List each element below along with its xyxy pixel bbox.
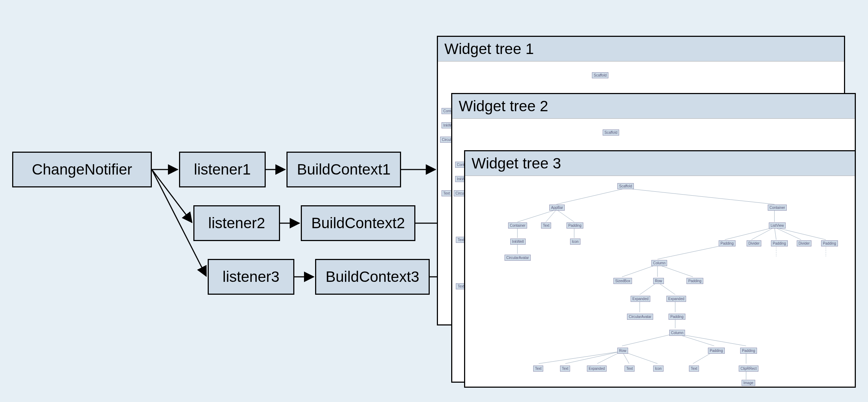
mini-expanded: Expanded bbox=[631, 296, 650, 302]
buildcontext3-node: BuildContext3 bbox=[315, 259, 430, 295]
node-label: BuildContext2 bbox=[311, 215, 405, 232]
svg-line-23 bbox=[657, 245, 725, 259]
widget-tree-3-panel: Widget tree 3 bbox=[464, 150, 856, 388]
mini-expanded: Expanded bbox=[587, 366, 607, 372]
mini-padding: Padding bbox=[686, 278, 703, 284]
mini-row: Row bbox=[617, 348, 628, 354]
svg-line-34 bbox=[675, 334, 746, 346]
svg-line-13 bbox=[556, 210, 574, 222]
node-label: BuildContext3 bbox=[326, 268, 419, 285]
mini-padding: Padding bbox=[740, 348, 757, 354]
listener1-node: listener1 bbox=[179, 152, 266, 187]
panel-body: Scaffold AppBar Container Container Text… bbox=[465, 176, 855, 388]
node-label: ChangeNotifier bbox=[32, 161, 132, 178]
node-label: BuildContext1 bbox=[297, 161, 391, 178]
mini-divider: Divider bbox=[797, 240, 811, 246]
node-label: listener3 bbox=[223, 268, 280, 285]
buildcontext1-node: BuildContext1 bbox=[286, 152, 401, 187]
mini-circularavatar: CircularAvatar bbox=[505, 255, 531, 261]
changenotifier-node: ChangeNotifier bbox=[12, 152, 152, 187]
mini-padding: Padding bbox=[708, 348, 725, 354]
svg-line-9 bbox=[556, 188, 626, 205]
svg-line-10 bbox=[626, 188, 775, 205]
svg-line-20 bbox=[775, 227, 776, 240]
svg-line-32 bbox=[622, 334, 675, 346]
mini-column: Column bbox=[651, 260, 667, 266]
svg-line-28 bbox=[657, 282, 675, 295]
svg-line-35 bbox=[539, 351, 622, 364]
mini-text: Text bbox=[625, 366, 635, 372]
panel-title: Widget tree 3 bbox=[472, 155, 561, 172]
svg-line-21 bbox=[775, 227, 801, 240]
mini-sizedbox: SizedBox bbox=[613, 278, 632, 284]
mini-container: Container bbox=[768, 205, 787, 211]
svg-line-12 bbox=[546, 210, 556, 222]
mini-image: Image bbox=[742, 380, 755, 386]
mini-row: Row bbox=[653, 278, 664, 284]
mini-expanded: Expanded bbox=[666, 296, 686, 302]
listener2-node: listener2 bbox=[193, 205, 280, 241]
svg-line-26 bbox=[657, 264, 693, 277]
mini-text: Text bbox=[533, 366, 543, 372]
mini-icon: Icon bbox=[570, 239, 580, 245]
mini-container: Container bbox=[508, 222, 527, 229]
svg-line-19 bbox=[751, 227, 774, 240]
listener3-node: listener3 bbox=[208, 259, 294, 295]
mini-circularavatar: CircularAvatar bbox=[627, 314, 653, 320]
mini-column: Column bbox=[669, 330, 685, 336]
svg-line-36 bbox=[565, 351, 622, 364]
panel-header: Widget tree 3 bbox=[465, 151, 855, 176]
mini-appbar: AppBar bbox=[549, 205, 565, 211]
mini-node: Text bbox=[442, 190, 452, 196]
mini-padding: Padding bbox=[821, 240, 838, 246]
panel-title: Widget tree 2 bbox=[459, 98, 548, 114]
buildcontext2-node: BuildContext2 bbox=[301, 205, 415, 241]
mini-text: Text bbox=[689, 366, 699, 372]
svg-line-22 bbox=[775, 227, 826, 240]
mini-padding: Padding bbox=[566, 222, 583, 229]
mini-inkwell: InkWell bbox=[510, 239, 526, 245]
svg-line-24 bbox=[622, 264, 657, 277]
node-label: listener2 bbox=[208, 215, 265, 232]
mini-node: Scaffold bbox=[603, 129, 619, 136]
mini-divider: Divider bbox=[747, 240, 761, 246]
mini-padding: Padding bbox=[669, 314, 685, 320]
node-label: listener1 bbox=[194, 161, 251, 178]
panel-header: Widget tree 1 bbox=[438, 37, 844, 62]
mini-cliprrect: ClipRRect bbox=[739, 366, 758, 372]
mini-text: Text bbox=[560, 366, 570, 372]
svg-line-11 bbox=[517, 210, 556, 222]
panel-header: Widget tree 2 bbox=[452, 94, 855, 119]
panel-title: Widget tree 1 bbox=[444, 40, 534, 57]
mini-node: Scaffold bbox=[592, 72, 608, 78]
mini-listview: ListView bbox=[769, 222, 786, 229]
svg-line-18 bbox=[725, 227, 775, 240]
mini-padding: Padding bbox=[719, 240, 736, 246]
mini-padding: Padding bbox=[771, 240, 788, 246]
mini-icon: Icon bbox=[653, 366, 664, 372]
mini-scaffold: Scaffold bbox=[617, 183, 634, 189]
mini-text: Text bbox=[541, 222, 551, 229]
svg-line-27 bbox=[640, 282, 657, 295]
